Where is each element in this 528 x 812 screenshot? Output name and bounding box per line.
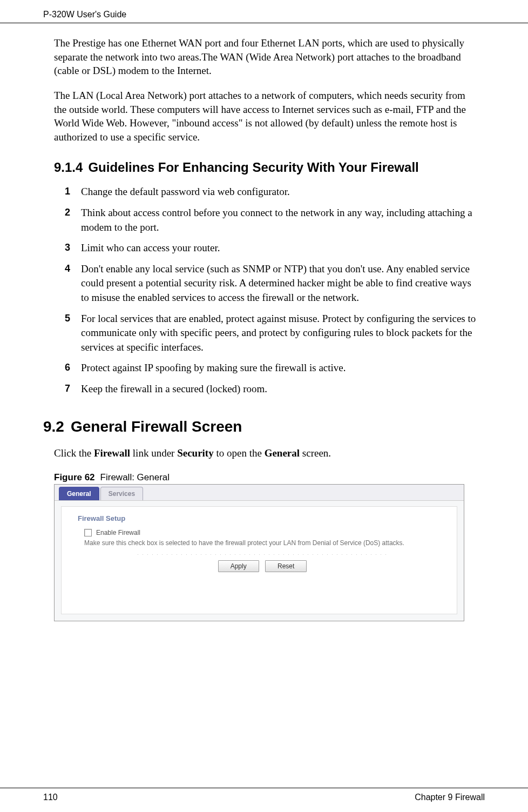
enable-firewall-checkbox[interactable] xyxy=(84,529,92,536)
item-number: 5 xyxy=(65,312,70,325)
list-item: 7Keep the firewall in a secured (locked)… xyxy=(70,382,479,397)
figure-number: Figure 62 xyxy=(54,472,95,482)
figure-title: Firewall: General xyxy=(100,472,170,482)
item-text: Keep the firewall in a secured (locked) … xyxy=(81,383,267,394)
header-guide-title: P-320W User's Guide xyxy=(43,10,126,19)
tab-services[interactable]: Services xyxy=(100,487,143,500)
item-number: 7 xyxy=(65,382,70,395)
item-text: Protect against IP spoofing by making su… xyxy=(81,362,346,373)
panel-title: Firewall Setup xyxy=(78,514,447,522)
page-footer: 110 Chapter 9 Firewall xyxy=(0,788,528,802)
item-number: 4 xyxy=(65,262,70,276)
body-paragraph-1: The Prestige has one Ethernet WAN port a… xyxy=(54,36,479,78)
enable-firewall-label: Enable Firewall xyxy=(96,529,140,536)
list-item: 5For local services that are enabled, pr… xyxy=(70,312,479,355)
divider-dots: · · · · · · · · · · · · · · · · · · · · … xyxy=(78,552,447,557)
item-number: 3 xyxy=(65,241,70,254)
item-number: 1 xyxy=(65,185,70,198)
reset-button[interactable]: Reset xyxy=(265,560,307,572)
button-row: Apply Reset xyxy=(78,560,447,572)
body-paragraph-2: The LAN (Local Area Network) port attach… xyxy=(54,89,479,144)
list-item: 2Think about access control before you c… xyxy=(70,206,479,234)
heading-title: Guidelines For Enhancing Security With Y… xyxy=(88,160,418,175)
heading-number: 9.2 xyxy=(43,418,64,435)
item-text: Don't enable any local service (such as … xyxy=(81,263,471,303)
item-text: Limit who can access your router. xyxy=(81,242,220,253)
bold-general: General xyxy=(265,447,300,459)
item-text: Change the default password via web conf… xyxy=(81,186,290,197)
chapter-label: Chapter 9 Firewall xyxy=(415,793,485,802)
list-item: 6Protect against IP spoofing by making s… xyxy=(70,361,479,375)
item-text: Think about access control before you co… xyxy=(81,207,472,233)
text-fragment: to open the xyxy=(214,447,265,459)
tab-general[interactable]: General xyxy=(59,487,99,500)
text-fragment: screen. xyxy=(300,447,331,459)
tab-bar: General Services xyxy=(55,485,464,501)
guidelines-list: 1Change the default password via web con… xyxy=(54,185,479,396)
figure-caption: Figure 62Firewall: General xyxy=(54,472,479,483)
section-heading-92: 9.2General Firewall Screen xyxy=(43,418,479,435)
list-item: 3Limit who can access your router. xyxy=(70,241,479,256)
page-header: P-320W User's Guide xyxy=(0,0,528,23)
panel-body: Firewall Setup Enable Firewall Make sure… xyxy=(61,506,457,614)
list-item: 1Change the default password via web con… xyxy=(70,185,479,199)
firewall-general-screenshot: General Services Firewall Setup Enable F… xyxy=(54,484,464,621)
text-fragment: Click the xyxy=(54,447,94,459)
text-fragment: link under xyxy=(130,447,177,459)
main-content: The Prestige has one Ethernet WAN port a… xyxy=(0,36,528,621)
item-number: 6 xyxy=(65,361,70,374)
bold-security: Security xyxy=(177,447,214,459)
page-number: 110 xyxy=(43,793,58,802)
apply-button[interactable]: Apply xyxy=(218,560,259,572)
item-number: 2 xyxy=(65,206,70,219)
section-intro: Click the Firewall link under Security t… xyxy=(54,447,479,459)
section-heading-914: 9.1.4Guidelines For Enhancing Security W… xyxy=(54,160,479,175)
firewall-description: Make sure this check box is selected to … xyxy=(84,539,436,547)
heading-number: 9.1.4 xyxy=(54,160,83,175)
bold-firewall: Firewall xyxy=(94,447,130,459)
heading-title: General Firewall Screen xyxy=(71,418,242,435)
enable-firewall-row: Enable Firewall xyxy=(84,529,447,536)
list-item: 4Don't enable any local service (such as… xyxy=(70,262,479,305)
item-text: For local services that are enabled, pro… xyxy=(81,313,476,353)
